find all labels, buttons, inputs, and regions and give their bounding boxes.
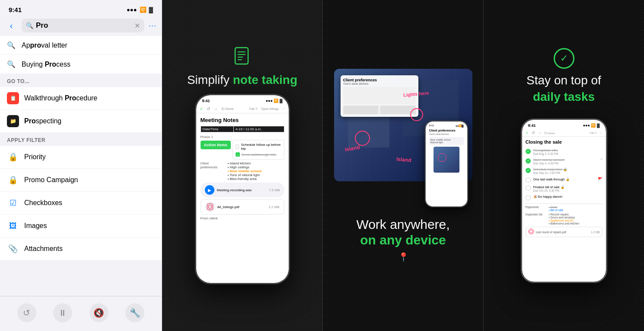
meeting-notes-title: Meeting Notes — [201, 117, 284, 123]
audio-filename: Meeting-recording.wav — [217, 188, 252, 192]
client-bullets: • Island kitchen • High ceilings • Near … — [226, 161, 262, 181]
task-text-4: One last walk-through 🔒 — [533, 177, 570, 181]
search-query-text[interactable]: Pro — [36, 21, 132, 30]
table-dead: • Dead — [549, 206, 603, 209]
tasks-doc-title: Closing the sale — [526, 139, 603, 145]
paperwork-label: Paperwork — [526, 206, 547, 212]
tasks-pdf: Last round of repairs.pdf 1.2 MB — [526, 227, 603, 237]
task-text-1: Renegotiate offer — [533, 148, 558, 152]
filter-section-header: APPLY FILTER — [0, 133, 162, 146]
island-annotation-2: Island — [396, 156, 411, 163]
pdf-file: All_listings.pdf 1.2 MB — [201, 199, 284, 215]
phone-mockup-1: 9:41 ●●● 🛜 ▓ ✓ ↺ → ☰ Clients Yuki T. Ope… — [195, 94, 290, 284]
repair-item: • Recent repairs — [549, 213, 603, 216]
clear-button[interactable]: ✕ — [134, 22, 140, 30]
table-date-label: Date/Time — [201, 126, 233, 132]
bullet-school: • Near middle school — [226, 169, 262, 173]
goto-prospecting-text: Prospecting — [24, 117, 61, 125]
task-circle-2: ✓ — [526, 158, 531, 164]
toolbar-settings-btn[interactable]: 🔧 — [125, 303, 144, 322]
goto-section-header: GO TO... — [0, 74, 162, 87]
action-items-badge: Action Items — [201, 141, 231, 149]
tasks-table: Paperwork • Dead • Bill of sale — [526, 203, 603, 212]
goto-walkthrough[interactable]: 📋 Walkthrough Procedure — [0, 87, 162, 110]
tasks-pdf-icon — [528, 228, 534, 235]
tasks-phone-time: 9:41 — [528, 123, 536, 128]
panel2-title-green: on any device — [356, 233, 450, 247]
panel2-text: Work anywhere, on any device — [356, 216, 450, 247]
checkbox-item-1: Schedule follow up before trip. — [236, 142, 281, 151]
tasks-pdf-name: Last round of repairs.pdf — [536, 231, 589, 234]
bullet-island: • Island kitchen — [226, 161, 262, 165]
task-text-5: Finalize bill of sale 🔒 — [533, 185, 564, 189]
panel2-title-normal: Work anywhere, — [356, 216, 450, 233]
checkbox-item-2: ✓ Send walkthrough info. — [236, 151, 281, 157]
images-icon: 🖼 — [7, 220, 19, 232]
note-taking-icon — [233, 47, 252, 69]
search-result-process[interactable]: 🔍 Buying Process — [0, 55, 162, 74]
pdf-icon — [205, 202, 215, 212]
attachments-icon: 📎 — [7, 243, 19, 255]
task-circle-1: ✓ — [526, 149, 531, 154]
inspection-label: Inspection list — [526, 213, 547, 225]
checkbox-1 — [236, 145, 239, 149]
signal-icon: ●●● — [127, 6, 137, 13]
task-renegotiate: ✓ Renegotiate offer Due Aug 3, 5:30 PM — [526, 147, 603, 157]
annotation-circle-1 — [355, 131, 370, 146]
search-bar-row: ‹ 🔍 Pro ✕ ··· — [0, 17, 162, 36]
task-finalize: Finalize bill of sale 🔒 Due Oct 24, 5:30… — [526, 184, 603, 193]
phone-icons-1: ●●● 🛜 ▓ — [266, 99, 283, 103]
search-icon: 🔍 — [26, 22, 33, 29]
laptop-title: Client preferences — [343, 78, 416, 82]
results-list: 🔍 Approval letter 🔍 Buying Process GO TO… — [0, 36, 162, 296]
tasks-phone: 9:41 ●●● 🛜 ▓ ✓ ↺ → ☰ Clients Yuki T. ···… — [521, 119, 607, 283]
more-button[interactable]: ··· — [149, 21, 156, 30]
filter-checkboxes[interactable]: ☑ Checkboxes — [0, 192, 162, 215]
checkboxes-icon: ☑ — [7, 197, 19, 209]
svg-point-6 — [529, 229, 534, 234]
audio-play-btn[interactable]: ▶ — [205, 185, 214, 195]
status-icons: ●●● 🛜 ▓ — [127, 6, 153, 13]
task-due-1: Due Aug 3, 5:30 PM — [533, 152, 558, 155]
search-bold: Pro — [36, 21, 48, 29]
svg-rect-0 — [235, 48, 248, 64]
filter-images[interactable]: 🖼 Images — [0, 215, 162, 238]
panel3-title-normal: Stay on top of — [526, 73, 601, 88]
task-walkthrough: One last walk-through 🔒 🚩 — [526, 176, 603, 184]
battery-icon: ▓ — [149, 6, 153, 13]
bullet-light: • Tons of natural light — [226, 173, 262, 177]
pdf-filename: All_listings.pdf — [217, 205, 239, 209]
from-client-label: From client: — [201, 216, 284, 220]
panel3-title-green: daily tasks — [526, 90, 601, 104]
task-text-3: Schedule inspection 🔒 — [533, 167, 567, 171]
panel1-title-green: note taking — [233, 73, 297, 87]
toolbar-refresh-btn[interactable]: ↺ — [17, 303, 36, 322]
search-container[interactable]: 🔍 Pro ✕ — [22, 19, 144, 32]
task-escrow: ✓ Open escrow account ≡ Due Sep 4, 4:30 … — [526, 157, 603, 166]
doors-item: • Doors and windows — [549, 216, 603, 219]
task-due-3: Due Sep 21, 2:30 PM — [533, 171, 567, 174]
toolbar-pause-btn[interactable]: ⏸ — [53, 303, 72, 322]
goto-prospecting[interactable]: 📁 Prospecting — [0, 110, 162, 133]
phase-label: Phase 1 — [201, 135, 284, 139]
filter-priority[interactable]: 🔒 Priority — [0, 146, 162, 169]
filter-promo[interactable]: 🔒 Promo Campaign — [0, 169, 162, 192]
toolbar-mute-btn[interactable]: 🔇 — [89, 303, 108, 322]
annotation-circle-2 — [410, 108, 423, 121]
panel-work-anywhere: Client preferences Yuki's ideal kitchen … — [322, 0, 483, 331]
audio-file: ▶ Meeting-recording.wav 7.5 MB — [201, 183, 284, 197]
phone-status-1: 9:41 ●●● 🛜 ▓ — [196, 95, 289, 105]
audio-size: 7.5 MB — [269, 188, 280, 192]
table-bill-of-sale: • Bill of sale — [549, 209, 603, 212]
back-button[interactable]: ‹ — [5, 19, 17, 32]
tasks-pdf-size: 1.2 MB — [591, 231, 600, 234]
tasks-screen: 9:41 ●●● 🛜 ▓ ✓ ↺ → ☰ Clients Yuki T. ···… — [522, 120, 606, 282]
search-result-approval[interactable]: 🔍 Approval letter — [0, 36, 162, 55]
appliances-item: • Appliances and AC — [549, 219, 603, 222]
filter-attachments-text: Attachments — [24, 245, 63, 253]
laptop-subtitle: Yuki's ideal kitchen — [343, 82, 416, 85]
task-due-5: Due Oct 24, 5:30 PM — [533, 189, 564, 192]
bullet-ceilings: • High ceilings — [226, 165, 262, 169]
tasks-content: Closing the sale ✓ Renegotiate offer Due… — [522, 137, 606, 240]
filter-attachments[interactable]: 📎 Attachments — [0, 238, 162, 260]
